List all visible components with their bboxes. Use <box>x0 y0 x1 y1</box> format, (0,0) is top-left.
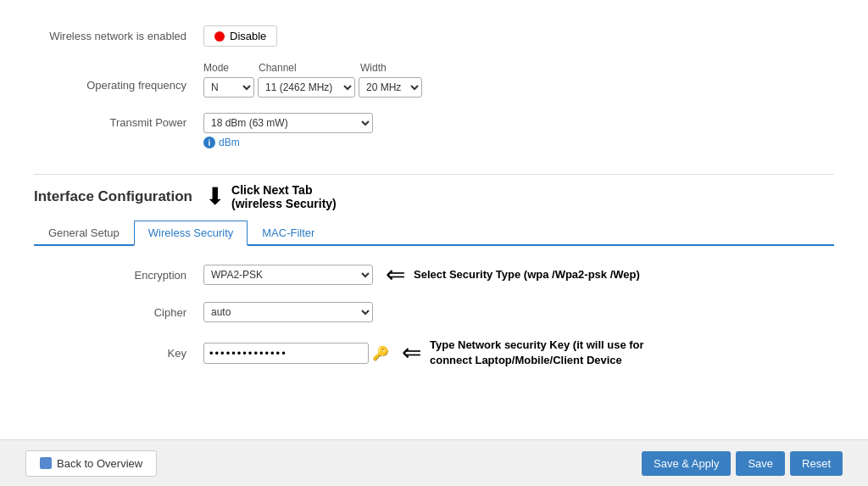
mode-header: Mode <box>203 62 259 74</box>
operating-frequency-label: Operating frequency <box>34 62 203 92</box>
disable-button[interactable]: Disable <box>203 25 277 47</box>
tab-mac-filter[interactable]: MAC-Filter <box>248 221 329 246</box>
key-label: Key <box>34 347 203 360</box>
encryption-row: Encryption None WEP WPA-PSK WPA2-PSK WPA… <box>34 263 834 287</box>
interface-tabs: General Setup Wireless Security MAC-Filt… <box>34 221 834 246</box>
back-icon <box>40 457 52 469</box>
width-header: Width <box>360 62 428 74</box>
save-button[interactable]: Save <box>736 451 785 476</box>
back-to-overview-button[interactable]: Back to Overview <box>25 450 157 477</box>
interface-config-title: Interface Configuration <box>34 188 192 205</box>
back-btn-label: Back to Overview <box>57 457 142 470</box>
interface-configuration-section: Interface Configuration ⬇ Click Next Tab… <box>34 174 834 368</box>
right-buttons: Save & Apply Save Reset <box>642 451 843 476</box>
encryption-annotation: Select Security Type (wpa /Wpa2-psk /Wep… <box>414 267 640 282</box>
key-arrow-icon: ⇐ <box>402 341 421 365</box>
encryption-arrow-icon: ⇐ <box>386 263 405 287</box>
transmit-power-label: Transmit Power <box>34 113 203 129</box>
red-circle-icon <box>214 31 225 42</box>
key-input[interactable] <box>203 343 369 364</box>
disable-btn-label: Disable <box>230 30 266 42</box>
bottom-bar: Back to Overview Save & Apply Save Reset <box>0 439 868 486</box>
cipher-row: Cipher auto CCMP (AES) TKIP TKIP+CCMP <box>34 302 834 322</box>
cipher-label: Cipher <box>34 306 203 319</box>
reset-button[interactable]: Reset <box>790 451 843 476</box>
dbm-link[interactable]: i dBm <box>203 137 373 148</box>
tab-general-setup[interactable]: General Setup <box>34 221 134 246</box>
encryption-select[interactable]: None WEP WPA-PSK WPA2-PSK WPA/WPA2-PSK <box>203 265 373 285</box>
click-next-annotation: ⬇ Click Next Tab(wireless Security) <box>205 183 337 210</box>
cipher-select[interactable]: auto CCMP (AES) TKIP TKIP+CCMP <box>203 302 373 322</box>
encryption-label: Encryption <box>34 269 203 282</box>
key-annotation: Type Network security Key (it will use f… <box>430 338 644 368</box>
power-select[interactable]: 18 dBm (63 mW) 17 dBm (50 mW) 15 dBm (32… <box>203 113 373 133</box>
channel-select[interactable]: Auto 11 (2462 MHz) 1 (2412 MHz) 6 (2437 … <box>258 77 355 98</box>
save-apply-button[interactable]: Save & Apply <box>642 451 731 476</box>
click-next-text: Click Next Tab(wireless Security) <box>231 183 337 210</box>
dbm-link-label: dBm <box>219 137 240 148</box>
key-reveal-icon[interactable]: 🔑 <box>372 345 389 361</box>
arrow-down-icon: ⬇ <box>205 185 225 209</box>
wireless-status-label: Wireless network is enabled <box>34 30 203 42</box>
channel-header: Channel <box>259 62 360 74</box>
width-select[interactable]: 20 MHz 40 MHz <box>359 77 422 98</box>
tab-wireless-security[interactable]: Wireless Security <box>134 221 248 246</box>
key-row: Key 🔑 ⇐ Type Network security Key (it wi… <box>34 338 834 368</box>
info-icon: i <box>203 137 215 148</box>
mode-select[interactable]: N B G <box>203 77 254 98</box>
